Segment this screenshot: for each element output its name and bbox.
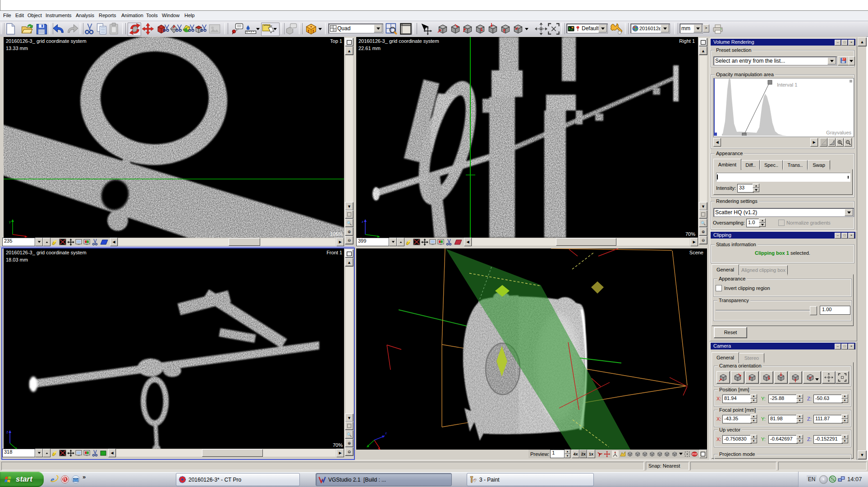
svg-text:STOP: STOP (692, 453, 697, 455)
svg-text:P: P (844, 58, 845, 60)
svg-text:Grayvalues: Grayvalues (826, 130, 851, 135)
svg-text:Interval 1: Interval 1 (777, 82, 797, 87)
